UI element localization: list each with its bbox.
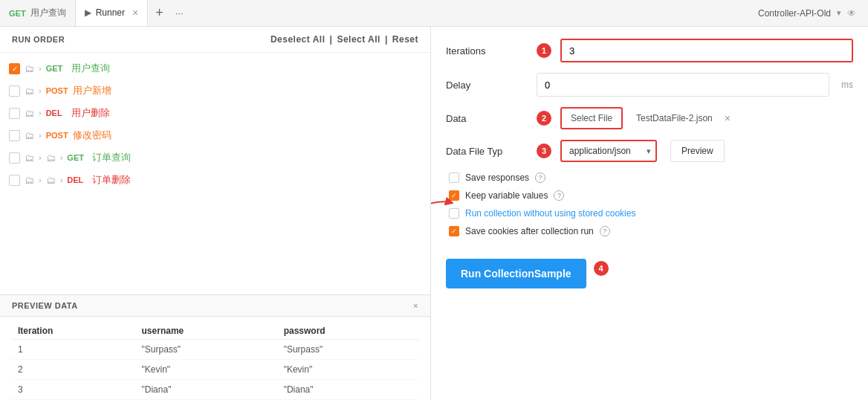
folder-icon: 🗂 [25, 130, 34, 141]
checkbox-1[interactable] [9, 63, 20, 74]
step-2-badge: 2 [537, 111, 551, 126]
save-cookies-checkbox[interactable] [449, 226, 459, 236]
select-all-button[interactable]: Select All [337, 34, 380, 45]
save-cookies-info-icon[interactable]: ? [600, 226, 610, 236]
arrow-annotation [431, 192, 453, 214]
save-responses-info-icon[interactable]: ? [535, 172, 545, 183]
chevron-icon: › [39, 175, 42, 184]
save-responses-checkbox[interactable] [449, 172, 459, 183]
method-label: POST [46, 86, 68, 95]
keep-variable-row: Keep variable values ? [446, 190, 853, 201]
folder-icon: 🗂 [25, 63, 34, 74]
tab-get-users[interactable]: GET 用户查询 [0, 0, 76, 26]
cell-password: "Kevin" [278, 360, 418, 380]
tab-add-button[interactable]: + [148, 0, 171, 26]
delay-input[interactable] [537, 73, 829, 97]
col-username: username [136, 323, 278, 340]
request-name: 用户删除 [71, 106, 110, 120]
delay-label: Delay [446, 80, 528, 91]
data-file-type-row: Data File Typ 3 application/json text/cs… [446, 140, 853, 162]
list-item[interactable]: 🗂 › DEL 用户删除 [0, 102, 430, 124]
reset-button[interactable]: Reset [392, 34, 418, 45]
divider: | [330, 34, 333, 45]
checkbox-5[interactable] [9, 152, 20, 164]
chevron-down-icon: ▾ [837, 8, 841, 18]
step-1-badge: 1 [537, 43, 551, 58]
cell-iter: 1 [12, 340, 136, 360]
chevron-icon: › [39, 109, 42, 117]
eye-icon[interactable]: 👁 [847, 8, 856, 19]
preview-button[interactable]: Preview [670, 140, 725, 162]
tab-more-button[interactable]: ··· [171, 0, 188, 26]
no-cookies-row: Run collection without using stored cook… [446, 208, 853, 219]
cell-username: "Kevin" [136, 360, 278, 380]
cell-iter: 2 [12, 360, 136, 380]
runner-play-icon: ▶ [85, 7, 91, 18]
select-file-button[interactable]: Select File [560, 107, 623, 129]
file-type-select-wrapper: application/json text/csv ▾ [560, 140, 657, 162]
step-4-badge: 4 [594, 261, 609, 276]
list-item[interactable]: 🗂 › POST 修改密码 [0, 124, 430, 146]
list-item[interactable]: 🗂 › 🗂 › DEL 订单删除 [0, 169, 430, 191]
table-row: 1 "Surpass" "Surpass" [12, 340, 418, 360]
sub-folder-icon: 🗂 [46, 175, 56, 186]
tab-label-runner: Runner [96, 7, 125, 18]
list-item[interactable]: 🗂 › 🗂 › GET 订单查询 [0, 146, 430, 169]
folder-icon: 🗂 [25, 175, 34, 186]
request-name: 订单查询 [92, 151, 131, 164]
preview-close-icon[interactable]: × [413, 301, 418, 310]
keep-variable-label: Keep variable values [465, 190, 548, 201]
iterations-input[interactable] [560, 39, 853, 62]
request-name: 用户新增 [73, 84, 111, 97]
run-order-title: RUN ORDER [12, 35, 65, 44]
list-item[interactable]: 🗂 › POST 用户新增 [0, 80, 430, 102]
file-remove-icon[interactable]: × [725, 112, 731, 124]
chevron-icon2: › [60, 175, 63, 184]
cell-password: "Surpass" [278, 340, 418, 360]
folder-icon: 🗂 [25, 152, 34, 164]
checkbox-2[interactable] [9, 86, 20, 97]
file-type-select[interactable]: application/json text/csv [560, 140, 657, 162]
tab-close-icon[interactable]: × [132, 7, 138, 19]
run-order-header: RUN ORDER Deselect All | Select All | Re… [0, 27, 430, 53]
step-3-badge: 3 [537, 143, 551, 158]
run-order-actions: Deselect All | Select All | Reset [271, 34, 418, 45]
keep-variable-info-icon[interactable]: ? [554, 190, 564, 201]
run-collection-button[interactable]: Run CollectionSample [446, 259, 586, 288]
collection-name: Controller-API-Old [758, 8, 831, 19]
checkbox-4[interactable] [9, 130, 20, 141]
tab-runner[interactable]: ▶ Runner × [76, 0, 149, 26]
list-item[interactable]: 🗂 › GET 用户查询 [0, 57, 430, 80]
method-label: POST [46, 131, 68, 140]
chevron-icon: › [39, 131, 42, 140]
preview-data-header: PREVIEW DATA × [0, 294, 430, 317]
save-cookies-label: Save cookies after collection run [465, 226, 594, 236]
delay-row: Delay ms [446, 73, 853, 97]
save-cookies-row: Save cookies after collection run ? [446, 226, 853, 236]
method-get-label: GET [9, 9, 26, 18]
iterations-row: Iterations 1 [446, 39, 853, 62]
run-button-row: Run CollectionSample 4 [446, 248, 853, 288]
cell-iter: 3 [12, 380, 136, 400]
data-label: Data [446, 113, 528, 124]
save-responses-row: Save responses ? [446, 172, 853, 183]
folder-icon: 🗂 [25, 86, 34, 97]
request-list: 🗂 › GET 用户查询 🗂 › POST 用户新增 🗂 › DEL 用户删除 [0, 53, 430, 294]
col-password: password [278, 323, 418, 340]
deselect-all-button[interactable]: Deselect All [271, 34, 326, 45]
method-label: DEL [67, 175, 88, 184]
table-row: 3 "Diana" "Diana" [12, 380, 418, 400]
iterations-label: Iterations [446, 45, 528, 57]
request-name: 修改密码 [73, 129, 111, 142]
chevron-icon: › [39, 64, 42, 73]
chevron-icon2: › [60, 153, 63, 162]
checkbox-6[interactable] [9, 175, 20, 186]
method-label: GET [67, 153, 88, 162]
checkbox-3[interactable] [9, 108, 20, 119]
run-button-label: Run CollectionSample [461, 268, 571, 280]
collection-selector[interactable]: Controller-API-Old ▾ 👁 [746, 0, 868, 26]
tabs-bar: GET 用户查询 ▶ Runner × + ··· Controller-API… [0, 0, 868, 27]
tab-label-get: 用户查询 [30, 7, 66, 19]
chevron-icon: › [39, 153, 42, 162]
keep-variable-container: Keep variable values ? [446, 190, 853, 201]
